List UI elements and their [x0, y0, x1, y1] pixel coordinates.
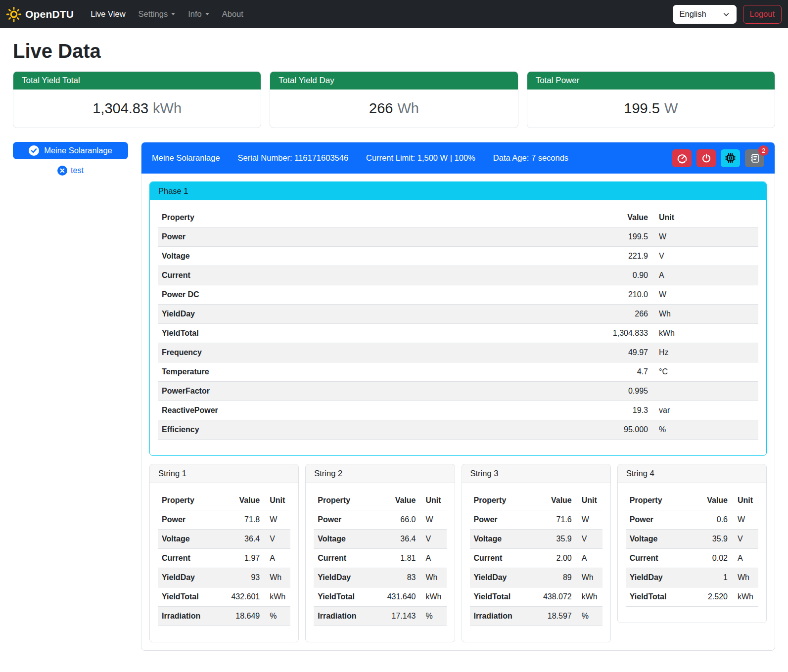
table-row: Current0.90A: [158, 266, 758, 285]
column-header-property: Property: [626, 491, 688, 510]
limit-settings-button[interactable]: [672, 149, 692, 167]
inverter-sidebar: Meine Solaranlage test: [13, 142, 128, 176]
nav-links: Live View Settings Info About: [86, 5, 248, 23]
cell-unit: W: [264, 510, 290, 530]
cell-val: 0.995: [593, 382, 652, 401]
cell-unit: Wh: [264, 568, 290, 587]
column-header-unit: Unit: [652, 208, 758, 227]
card-title: Total Yield Total: [13, 72, 261, 90]
sidebar-inverter-button[interactable]: Meine Solaranlage: [13, 142, 128, 159]
cell-prop: YieldTotal: [626, 587, 688, 607]
language-select[interactable]: English: [673, 5, 737, 24]
cell-val: 0.02: [688, 549, 732, 568]
cell-prop: Voltage: [470, 530, 532, 549]
nav-item-settings[interactable]: Settings: [134, 5, 181, 23]
phase-card: Phase 1 Property Value Unit Power199.5WV…: [149, 181, 767, 456]
nav-item-live-view[interactable]: Live View: [86, 5, 130, 23]
cell-prop: Voltage: [314, 530, 376, 549]
cell-unit: W: [652, 227, 758, 247]
cell-prop: Voltage: [158, 530, 220, 549]
serial-number: Serial Number: 116171603546: [238, 153, 349, 163]
phase-table: Property Value Unit Power199.5WVoltage22…: [158, 208, 758, 440]
check-circle-icon: [29, 145, 39, 156]
cell-prop: Current: [626, 549, 688, 568]
inverter-name: Meine Solaranlage: [152, 153, 220, 163]
power-icon: [701, 153, 711, 163]
table-row: Power71.6W: [470, 510, 603, 530]
cell-val: 0.6: [688, 510, 732, 530]
cell-val: 71.8: [220, 510, 264, 530]
column-header-property: Property: [314, 491, 376, 510]
power-toggle-button[interactable]: [696, 149, 716, 167]
inverter-actions: 2: [672, 149, 764, 167]
string-4-table: Property Value Unit Power0.6WVoltage35.9…: [626, 491, 758, 607]
nav-item-about[interactable]: About: [217, 5, 248, 23]
cell-unit: A: [652, 266, 758, 285]
cell-val: 1: [688, 568, 732, 587]
cell-val: 432.601: [220, 587, 264, 607]
table-row: Voltage221.9V: [158, 247, 758, 266]
table-row: Power71.8W: [158, 510, 290, 530]
cell-unit: %: [264, 607, 290, 626]
table-row: Current1.81A: [314, 549, 446, 568]
card-value: 266: [369, 100, 393, 116]
table-row: Voltage36.4V: [158, 530, 290, 549]
card-value-row: 266Wh: [270, 90, 517, 128]
table-row: YieldDay89Wh: [470, 568, 603, 587]
chevron-down-icon: [171, 13, 175, 15]
string-2-table: Property Value Unit Power66.0WVoltage36.…: [314, 491, 446, 626]
table-row: Voltage36.4V: [314, 530, 446, 549]
event-log-button[interactable]: 2: [745, 149, 764, 167]
sidebar-item-test[interactable]: test: [13, 166, 128, 176]
cell-prop: Frequency: [158, 343, 593, 362]
cell-unit: V: [576, 530, 603, 549]
cell-prop: Temperature: [158, 362, 593, 382]
card-value: 1,304.83: [93, 100, 148, 116]
cell-val: 0.90: [593, 266, 652, 285]
brand[interactable]: OpenDTU: [6, 7, 74, 22]
table-row: Irradiation18.649%: [158, 607, 290, 626]
cell-unit: Hz: [652, 343, 758, 362]
cell-val: 2.520: [688, 587, 732, 607]
cell-val: 36.4: [376, 530, 420, 549]
string-4-card: String 4 Property Value Unit: [617, 464, 767, 623]
cell-val: 18.649: [220, 607, 264, 626]
cell-unit: kWh: [576, 587, 603, 607]
cell-unit: Wh: [420, 568, 447, 587]
test-inverter-label: test: [71, 166, 84, 175]
cell-prop: Current: [158, 266, 593, 285]
cell-unit: °C: [652, 362, 758, 382]
table-row: YieldDay83Wh: [314, 568, 446, 587]
cell-unit: kWh: [264, 587, 290, 607]
cell-prop: Irradiation: [158, 607, 220, 626]
nav-item-info[interactable]: Info: [183, 5, 214, 23]
logout-button[interactable]: Logout: [743, 5, 782, 24]
cell-prop: Power: [626, 510, 688, 530]
cell-prop: Power: [158, 227, 593, 247]
phase-title: Phase 1: [150, 182, 766, 200]
string-1-card: String 1 Property Value Unit: [149, 464, 299, 642]
cell-prop: Current: [470, 549, 532, 568]
event-count-badge: 2: [758, 145, 769, 156]
cell-unit: Wh: [732, 568, 758, 587]
cell-prop: YieldTotal: [470, 587, 532, 607]
strings-row: String 1 Property Value Unit: [149, 464, 767, 642]
table-row: Current0.02A: [626, 549, 758, 568]
column-header-property: Property: [158, 208, 593, 227]
main-content: Live Data Total Yield Total 1,304.83kWh …: [0, 28, 788, 651]
cell-val: 221.9: [593, 247, 652, 266]
column-header-unit: Unit: [732, 491, 758, 510]
cell-prop: Power: [470, 510, 532, 530]
column-header-unit: Unit: [264, 491, 290, 510]
column-header-property: Property: [158, 491, 220, 510]
cell-val: 95.000: [593, 420, 652, 440]
cell-unit: %: [420, 607, 447, 626]
device-info-button[interactable]: [721, 149, 740, 167]
cell-unit: A: [264, 549, 290, 568]
column-header-value: Value: [532, 491, 576, 510]
cell-prop: Current: [158, 549, 220, 568]
cell-val: 93: [220, 568, 264, 587]
cell-prop: YieldTotal: [158, 324, 593, 343]
cell-unit: %: [576, 607, 603, 626]
cell-unit: var: [652, 401, 758, 420]
